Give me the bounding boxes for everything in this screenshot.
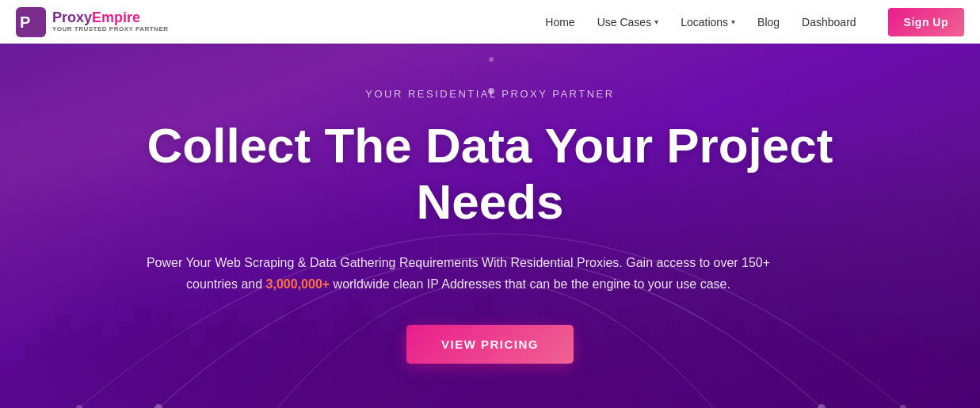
signup-button[interactable]: Sign Up bbox=[888, 8, 964, 36]
logo-icon: P bbox=[16, 7, 46, 37]
hero-content: YOUR RESIDENTIAL PROXY PARTNER Collect T… bbox=[134, 88, 847, 364]
hero-subtitle: YOUR RESIDENTIAL PROXY PARTNER bbox=[134, 88, 847, 100]
svg-point-3 bbox=[489, 57, 494, 62]
navbar: P ProxyEmpire YOUR TRUSTED PROXY PARTNER… bbox=[0, 0, 980, 44]
logo-proxy-text: Proxy bbox=[52, 10, 92, 25]
chevron-down-icon: ▾ bbox=[731, 17, 735, 26]
nav-dashboard[interactable]: Dashboard bbox=[802, 16, 856, 29]
logo[interactable]: P ProxyEmpire YOUR TRUSTED PROXY PARTNER bbox=[16, 7, 169, 37]
nav-blog[interactable]: Blog bbox=[757, 16, 780, 29]
view-pricing-button[interactable]: VIEW PRICING bbox=[406, 325, 574, 364]
chevron-down-icon: ▾ bbox=[654, 17, 658, 26]
logo-tagline: YOUR TRUSTED PROXY PARTNER bbox=[52, 26, 169, 33]
hero-description: Power Your Web Scraping & Data Gathering… bbox=[134, 252, 784, 295]
nav-locations[interactable]: Locations ▾ bbox=[681, 16, 735, 29]
svg-text:P: P bbox=[20, 13, 30, 31]
nav-links: Home Use Cases ▾ Locations ▾ Blog Dashbo… bbox=[545, 8, 964, 36]
nav-home[interactable]: Home bbox=[545, 16, 574, 29]
hero-title: Collect The Data Your Project Needs bbox=[134, 117, 847, 231]
hero-highlight: 3,000,000+ bbox=[266, 277, 330, 291]
hero-description-after: worldwide clean IP Addresses that can be… bbox=[330, 277, 730, 291]
nav-use-cases[interactable]: Use Cases ▾ bbox=[597, 16, 658, 29]
hero-section: YOUR RESIDENTIAL PROXY PARTNER Collect T… bbox=[0, 44, 980, 408]
logo-empire-text: Empire bbox=[92, 10, 140, 25]
